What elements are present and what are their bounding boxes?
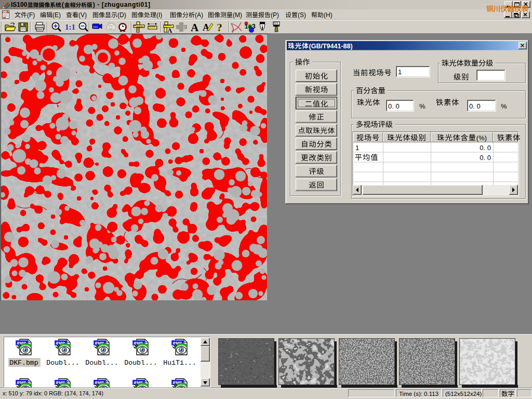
svg-text:A: A (203, 22, 209, 33)
svg-text:(I): (I) (156, 11, 162, 19)
svg-text:1: 1 (355, 144, 359, 152)
svg-text:HuiTi...: HuiTi... (163, 359, 196, 367)
svg-text:(D): (D) (117, 11, 126, 19)
svg-text:(A): (A) (195, 11, 203, 19)
svg-text:(GB/T9441-88): (GB/T9441-88) (309, 43, 353, 50)
svg-text:%: % (501, 102, 507, 110)
svg-text:(%): (%) (476, 134, 487, 142)
svg-text:(H): (H) (324, 11, 332, 19)
svg-text:) - [zhuguangti01]: ) - [zhuguangti01] (93, 1, 151, 8)
svg-text:DKF.bmp: DKF.bmp (9, 359, 38, 367)
svg-text:(M): (M) (233, 11, 242, 19)
svg-text:(E): (E) (52, 11, 61, 19)
svg-text:1:1: 1:1 (65, 23, 75, 31)
svg-text:DOC: DOC (3, 11, 9, 14)
svg-text:A: A (167, 26, 172, 34)
svg-text:Doubl...: Doubl... (85, 359, 118, 367)
svg-text:Doubl...: Doubl... (124, 359, 157, 367)
svg-text:(512x512x24): (512x512x24) (445, 391, 482, 397)
svg-text:1: 1 (245, 23, 248, 30)
svg-text:%: % (419, 102, 425, 110)
svg-text:(: ( (62, 1, 64, 8)
svg-text:Time (s): 0.113: Time (s): 0.113 (399, 391, 438, 397)
svg-text:0. 0: 0. 0 (469, 102, 481, 110)
svg-text:(V): (V) (78, 11, 87, 19)
svg-text:1: 1 (398, 68, 402, 76)
svg-text:(P): (P) (271, 11, 279, 19)
svg-text:0. 0: 0. 0 (388, 102, 400, 110)
svg-text:(S): (S) (298, 11, 306, 19)
svg-text:?: ? (217, 21, 222, 34)
svg-text:x: 510 y: 79 idx: 0 RGB: (17: x: 510 y: 79 idx: 0 RGB: (174, 174, 174) (3, 390, 103, 396)
svg-text:0. 0: 0. 0 (480, 144, 491, 152)
svg-text:0. 0: 0. 0 (480, 154, 491, 162)
svg-text:3: 3 (252, 23, 256, 30)
svg-text:A: A (191, 21, 199, 34)
svg-text:Doubl...: Doubl... (46, 359, 79, 367)
svg-text:(F): (F) (27, 11, 35, 19)
svg-text:IS100: IS100 (11, 1, 28, 8)
